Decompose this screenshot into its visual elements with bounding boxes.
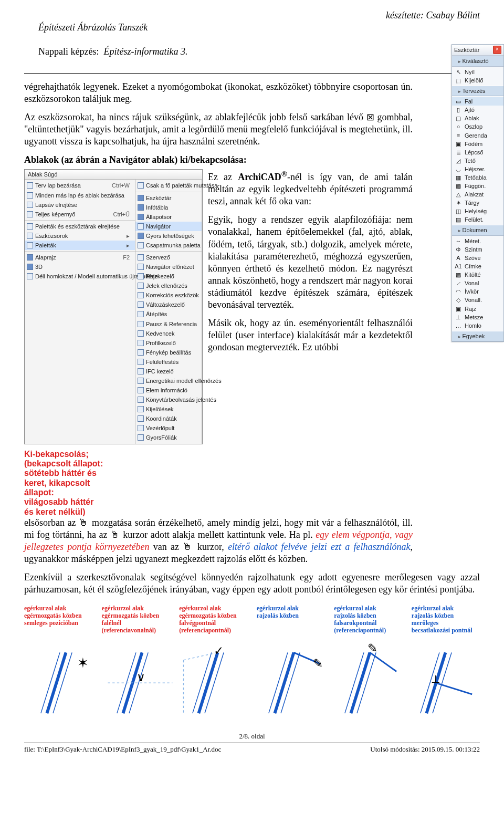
submenu-item[interactable]: Gyors lehetőségek bbox=[135, 231, 202, 241]
toolbox-tool[interactable]: ▤Felület. bbox=[452, 215, 503, 224]
toolbox-tool[interactable]: ▣Rajz bbox=[452, 305, 503, 313]
toolbox-section-header[interactable]: ▸ Kiválasztó bbox=[452, 56, 503, 67]
toolbox-section-header[interactable]: ▸ Tervezés bbox=[452, 86, 503, 97]
submenu-item[interactable]: Jelek ellenőrzés bbox=[135, 281, 202, 290]
menu-item[interactable]: Paletták és eszköztárak elrejtése bbox=[25, 222, 135, 231]
menu-item[interactable]: Lapsáv elrejtése bbox=[25, 200, 135, 210]
submenu-item[interactable]: GyorsFóliák bbox=[135, 433, 202, 442]
tool-icon: Φ bbox=[454, 246, 463, 253]
toolbox-tool[interactable]: ◫Helyiség bbox=[452, 207, 503, 215]
menu-item[interactable]: AlaprajzF2 bbox=[25, 253, 135, 262]
cursor-label: egérkurzol alakegérmozgatás közbensemleg… bbox=[24, 605, 92, 634]
submenu-item[interactable]: Pausz & Referencia bbox=[135, 319, 202, 329]
tool-icon: ↖ bbox=[454, 68, 463, 76]
toolbox-tool[interactable]: ◡Héjszer. bbox=[452, 165, 503, 173]
submenu-item[interactable]: Koordináták bbox=[135, 414, 202, 423]
toolbox-tool[interactable]: ⬚Kijelölő bbox=[452, 76, 503, 85]
submenu-item[interactable]: Szervező bbox=[135, 253, 202, 262]
toolbox-section-header[interactable]: ▸ Dokumen bbox=[452, 225, 503, 236]
tool-icon: ⟋ bbox=[454, 279, 463, 287]
menu-item[interactable]: Déli homlokzat / Modell automatikus újra… bbox=[25, 272, 135, 281]
toolbox-section-header[interactable]: ▸ Egyebek bbox=[452, 331, 503, 342]
toolbox-tool[interactable]: ≣Lépcső bbox=[452, 148, 503, 157]
svg-text:✎: ✎ bbox=[313, 657, 323, 670]
submenu-item[interactable]: Vezérlőpult bbox=[135, 423, 202, 433]
cursor-label: egérkurzol alakrajzolás közben bbox=[257, 605, 325, 634]
toolbox-tool[interactable]: …Homlo bbox=[452, 321, 503, 330]
tool-icon: ◫ bbox=[454, 207, 463, 215]
toolbox-tool[interactable]: ⊥Metsze bbox=[452, 313, 503, 321]
submenu-item[interactable]: Eszköztár bbox=[135, 193, 202, 203]
tool-icon: ▤ bbox=[454, 216, 463, 223]
tool-icon: ▩ bbox=[454, 271, 463, 278]
submenu-item[interactable]: Átépítés bbox=[135, 309, 202, 319]
close-icon[interactable]: × bbox=[493, 46, 501, 54]
tool-icon: ✶ bbox=[454, 199, 463, 206]
tool-icon: A1 bbox=[454, 263, 463, 270]
submenu-item[interactable]: Energetikai modell ellenőrzés bbox=[135, 376, 202, 386]
toolbox-tool[interactable]: ▣Födém bbox=[452, 140, 503, 148]
submenu-item[interactable]: Navigátor bbox=[135, 222, 202, 231]
menu-item[interactable]: Terv lap bezárásaCtrl+W bbox=[25, 181, 135, 190]
toolbox-tool[interactable]: ⟋Vonal bbox=[452, 279, 503, 287]
toolbox-tool[interactable]: A1Címke bbox=[452, 262, 503, 270]
toolbox-tool[interactable]: ◿Tető bbox=[452, 157, 503, 165]
submenu-item[interactable]: Felületfestés bbox=[135, 357, 202, 367]
menu-item[interactable]: Teljes képernyőCtrl+Ű bbox=[25, 210, 135, 219]
submenu-item[interactable]: Csapatmunka paletta bbox=[135, 241, 202, 250]
toolbox-tool[interactable]: ▢Ablak bbox=[452, 114, 503, 122]
tool-icon: ⬚ bbox=[454, 77, 463, 84]
submenu-item[interactable]: IFC kezelő bbox=[135, 367, 202, 376]
svg-text:∨: ∨ bbox=[136, 670, 145, 684]
toolbox-tool[interactable]: ✶Tárgy bbox=[452, 199, 503, 207]
para-3: elsősorban az 🖱 mozgatása során érzékelh… bbox=[24, 517, 413, 565]
submenu-item[interactable]: Rajzkezelő bbox=[135, 272, 202, 281]
submenu-item[interactable]: Kijelölések bbox=[135, 404, 202, 414]
toolbox-tool[interactable]: ◇Vonall. bbox=[452, 296, 503, 304]
toolbox-tool[interactable]: △Alakzat bbox=[452, 190, 503, 199]
svg-text:✓: ✓ bbox=[214, 643, 224, 657]
submenu-item[interactable]: Korrekciós eszközök bbox=[135, 290, 202, 300]
svg-line-15 bbox=[275, 652, 293, 713]
cursor-label: egérkurzol alakegérmozgatás közbenfaléln… bbox=[102, 605, 170, 634]
submenu-item[interactable]: Kedvencek bbox=[135, 329, 202, 338]
toolbox-tool[interactable]: ΦSzintm bbox=[452, 245, 503, 254]
submenu-item[interactable]: Profilkezelő bbox=[135, 338, 202, 348]
tool-icon: A bbox=[454, 254, 463, 262]
toolbox-tool[interactable]: ▯Ajtó bbox=[452, 106, 503, 114]
toolbox-tool[interactable]: ○Oszlop bbox=[452, 122, 503, 131]
footer-modified: Utolsó módosítás: 2015.09.15. 00:13:22 bbox=[370, 745, 480, 754]
para-1: végrehajthatók legyenek. Ezeket a nyomóg… bbox=[24, 81, 413, 105]
submenu-item[interactable]: Infótábla bbox=[135, 203, 202, 212]
tool-icon: ▭ bbox=[454, 98, 463, 105]
submenu-item[interactable]: Csak a fő paletták mutatása bbox=[135, 181, 202, 190]
toolbox-tool[interactable]: ↔Méret. bbox=[452, 237, 503, 245]
cursor-label: egérkurzol alakegérmozgatás közbenfalvég… bbox=[179, 605, 247, 634]
cursor-legend: egérkurzol alakegérmozgatás közbensemleg… bbox=[24, 605, 480, 634]
menu-item[interactable]: 3D bbox=[25, 262, 135, 272]
tool-icon: ○ bbox=[454, 123, 463, 130]
submenu-item[interactable]: Változáskezelő bbox=[135, 300, 202, 309]
tool-icon: ◇ bbox=[454, 296, 463, 304]
toolbox-tool[interactable]: ↖Nyíl bbox=[452, 68, 503, 76]
menu-item[interactable]: Eszközsorok▸ bbox=[25, 231, 135, 241]
svg-line-23 bbox=[370, 652, 396, 671]
submenu-item[interactable]: Fénykép beállítás bbox=[135, 348, 202, 357]
menu-item[interactable]: Minden más lap és ablak bezárása bbox=[25, 191, 135, 200]
toolbox-tool[interactable]: ▩Függön. bbox=[452, 182, 503, 190]
toolbox-tool[interactable]: ASzöve bbox=[452, 254, 503, 262]
toolbox-tool[interactable]: ▩Kitölté bbox=[452, 270, 503, 279]
submenu-item[interactable]: Könyvtárbeolvasás jelentés bbox=[135, 395, 202, 404]
submenu-item[interactable]: Állapotsor bbox=[135, 212, 202, 222]
toolbox-tool[interactable]: ≡Gerenda bbox=[452, 131, 503, 140]
submenu-item[interactable]: Navigátor előnézet bbox=[135, 262, 202, 272]
toolbox-tool[interactable]: ▦Tetőabla bbox=[452, 173, 503, 182]
right-para-1: Ez az ArchiCAD®-nél is így van, de ami t… bbox=[208, 169, 413, 207]
submenu-item[interactable]: Elem információ bbox=[135, 386, 202, 395]
tool-icon: ▦ bbox=[454, 174, 463, 181]
right-para-3: Másik ok, hogy az ún. eseményorientált f… bbox=[208, 317, 413, 353]
toolbox-tool[interactable]: ▭Fal bbox=[452, 97, 503, 106]
tool-icon: ≡ bbox=[454, 132, 463, 139]
toolbox-tool[interactable]: ◠Ív/kör bbox=[452, 287, 503, 296]
menu-item[interactable]: Paletták▸ bbox=[25, 241, 135, 250]
